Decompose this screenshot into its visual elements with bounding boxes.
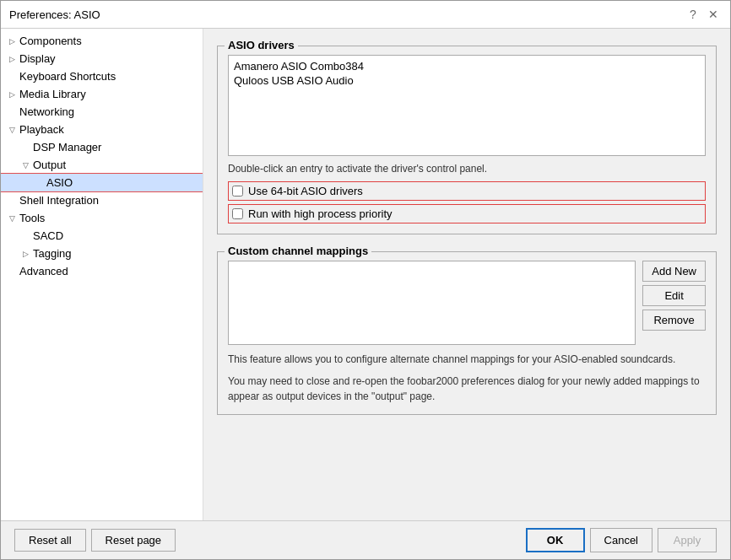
asio-drivers-title: ASIO drivers: [225, 39, 298, 51]
sidebar-item-display[interactable]: ▷Display: [1, 50, 203, 67]
close-button[interactable]: ✕: [705, 6, 722, 23]
add-new-button[interactable]: Add New: [642, 261, 706, 282]
tree-toggle-shell-integration: [6, 195, 18, 207]
tree-label-shell-integration: Shell Integration: [18, 193, 100, 207]
custom-mappings-section: Custom channel mappings Add New Edit Rem…: [217, 251, 717, 415]
sidebar-item-asio[interactable]: ASIO: [1, 174, 203, 191]
remove-button[interactable]: Remove: [642, 310, 706, 331]
sidebar-item-components[interactable]: ▷Components: [1, 32, 203, 50]
dialog-title: Preferences: ASIO: [9, 8, 100, 21]
edit-button[interactable]: Edit: [642, 285, 706, 306]
tree-label-display: Display: [18, 51, 57, 66]
sidebar: ▷Components▷DisplayKeyboard Shortcuts▷Me…: [1, 29, 203, 520]
ok-button[interactable]: OK: [526, 528, 585, 552]
sidebar-item-shell-integration[interactable]: Shell Integration: [1, 191, 203, 209]
reset-page-button[interactable]: Reset page: [91, 529, 176, 552]
asio-drivers-section: ASIO drivers Amanero ASIO Combo384Quloos…: [217, 46, 717, 234]
custom-mappings-title: Custom channel mappings: [225, 245, 371, 257]
driver-item[interactable]: Amanero ASIO Combo384: [232, 59, 701, 73]
footer-right: OK Cancel Apply: [526, 528, 717, 552]
sidebar-item-keyboard-shortcuts[interactable]: Keyboard Shortcuts: [1, 67, 203, 85]
sidebar-item-dsp-manager[interactable]: DSP Manager: [1, 138, 203, 156]
tree-label-output: Output: [31, 158, 68, 172]
tree-label-advanced: Advanced: [18, 264, 70, 278]
tree-label-tools: Tools: [18, 211, 46, 225]
help-button[interactable]: ?: [685, 6, 701, 23]
preferences-dialog: Preferences: ASIO ? ✕ ▷Components▷Displa…: [0, 0, 731, 560]
sidebar-item-advanced[interactable]: Advanced: [1, 262, 203, 280]
sidebar-item-sacd[interactable]: SACD: [1, 227, 203, 245]
sidebar-item-tools[interactable]: ▽Tools: [1, 209, 203, 227]
high-priority-label: Run with high process priority: [248, 207, 393, 220]
reset-all-button[interactable]: Reset all: [14, 529, 86, 552]
sidebar-item-networking[interactable]: Networking: [1, 103, 203, 121]
tree-toggle-output: ▽: [19, 159, 31, 171]
tree-toggle-advanced: [6, 266, 18, 277]
checkbox-container: Use 64-bit ASIO drivers Run with high pr…: [228, 181, 706, 223]
mapping-info2: You may need to close and re-open the fo…: [228, 374, 706, 404]
footer-left: Reset all Reset page: [14, 529, 176, 552]
use-64bit-checkbox-row[interactable]: Use 64-bit ASIO drivers: [228, 181, 706, 201]
driver-list[interactable]: Amanero ASIO Combo384Quloos USB ASIO Aud…: [228, 55, 706, 156]
tree-label-sacd: SACD: [31, 229, 65, 243]
driver-item[interactable]: Quloos USB ASIO Audio: [232, 73, 701, 88]
tree-label-dsp-manager: DSP Manager: [31, 140, 103, 154]
footer: Reset all Reset page OK Cancel Apply: [1, 520, 730, 559]
tree-toggle-asio: [33, 177, 45, 189]
tree-toggle-tagging: ▷: [19, 248, 31, 260]
tree-label-playback: Playback: [18, 122, 66, 137]
tree-label-asio: ASIO: [45, 175, 74, 190]
tree-toggle-keyboard-shortcuts: [6, 71, 18, 83]
mapping-list[interactable]: [228, 261, 636, 345]
tree-toggle-networking: [6, 106, 18, 118]
tree-toggle-components: ▷: [6, 35, 18, 47]
use-64bit-checkbox[interactable]: [232, 186, 243, 197]
tree-toggle-display: ▷: [6, 53, 18, 65]
sidebar-item-tagging[interactable]: ▷Tagging: [1, 245, 203, 262]
right-panel: ASIO drivers Amanero ASIO Combo384Quloos…: [203, 29, 730, 520]
sidebar-item-output[interactable]: ▽Output: [1, 156, 203, 174]
tree-label-components: Components: [18, 34, 84, 48]
high-priority-checkbox-row[interactable]: Run with high process priority: [228, 204, 706, 223]
high-priority-checkbox[interactable]: [232, 208, 243, 219]
title-bar-controls: ? ✕: [685, 6, 722, 23]
tree-label-tagging: Tagging: [31, 246, 73, 261]
tree-label-keyboard-shortcuts: Keyboard Shortcuts: [18, 69, 117, 83]
mapping-info1: This feature allows you to configure alt…: [228, 352, 706, 367]
mapping-buttons: Add New Edit Remove: [642, 261, 706, 345]
sidebar-item-media-library[interactable]: ▷Media Library: [1, 85, 203, 103]
tree-toggle-sacd: [19, 230, 31, 242]
tree-toggle-playback: ▽: [6, 124, 18, 136]
tree-label-media-library: Media Library: [18, 87, 88, 101]
title-bar: Preferences: ASIO ? ✕: [1, 1, 730, 29]
tree-toggle-media-library: ▷: [6, 89, 18, 100]
tree-label-networking: Networking: [18, 105, 76, 119]
main-content: ▷Components▷DisplayKeyboard Shortcuts▷Me…: [1, 29, 730, 520]
mapping-area: Add New Edit Remove: [228, 261, 706, 345]
cancel-button[interactable]: Cancel: [590, 528, 652, 552]
driver-hint: Double-click an entry to activate the dr…: [228, 163, 706, 175]
tree-toggle-tools: ▽: [6, 213, 18, 224]
use-64bit-label: Use 64-bit ASIO drivers: [248, 185, 363, 197]
apply-button[interactable]: Apply: [658, 528, 717, 552]
sidebar-item-playback[interactable]: ▽Playback: [1, 121, 203, 138]
tree-toggle-dsp-manager: [19, 142, 31, 153]
